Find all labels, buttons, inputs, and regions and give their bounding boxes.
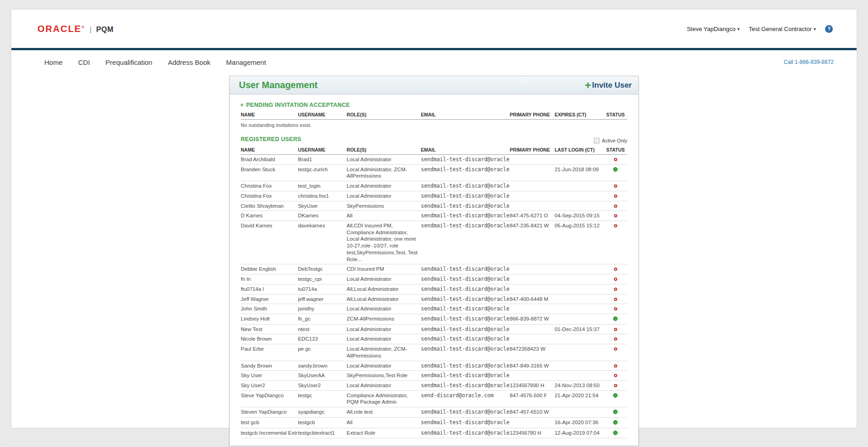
column-header: PRIMARY PHONE [510, 110, 555, 120]
cell-phone: 847-475-6271 O [510, 211, 555, 221]
nav-item-management[interactable]: Management [226, 58, 266, 66]
table-row: New TestntestLocal Administratorsendmail… [241, 324, 627, 334]
cell-name[interactable]: Steven YapDiangco [241, 407, 298, 418]
cell-name[interactable]: New Test [241, 324, 298, 334]
cell-phone [510, 164, 555, 181]
status-inactive-icon [614, 158, 617, 161]
panel-body: » PENDING INVITATION ACCEPTANCE NAMEUSER… [230, 95, 638, 446]
cell-phone [510, 155, 555, 165]
table-row: Debbie EnglishDebTestgcCDI Insured PMsen… [241, 264, 627, 274]
cell-email: sendmail-test-discard@oracle.com [421, 324, 510, 334]
cell-name[interactable]: Sandy Brown [241, 361, 298, 371]
app-name: PQM [96, 26, 114, 34]
panel-header: User Management + Invite User [230, 76, 638, 95]
status-inactive-icon [614, 278, 617, 281]
cell-last_login: 21-Jun-2018 08:09 [555, 164, 606, 181]
active-only-checkbox[interactable] [594, 138, 599, 143]
cell-name[interactable]: Christina Fox [241, 181, 298, 191]
cell-name[interactable]: Paul Erbe [241, 344, 298, 361]
table-row: David KarnesdavekarnesAll,CDI Insured PM… [241, 221, 627, 264]
cell-roles: Local Administrator, ZCM-AllPermissions [347, 164, 421, 181]
cell-name[interactable]: Cielito Shraybman [241, 201, 298, 211]
cell-name[interactable]: Sky User [241, 371, 298, 381]
nav-item-address-book[interactable]: Address Book [168, 58, 210, 66]
cell-name[interactable]: fn ln [241, 274, 298, 284]
cell-username: EDC123 [298, 334, 347, 344]
cell-phone [510, 334, 555, 344]
table-row: Sky User2SkyUser2Local Administratorsend… [241, 380, 627, 390]
registered-users-table: NAMEUSERNAMEROLE(S)EMAILPRIMARY PHONELAS… [241, 145, 627, 438]
cell-name[interactable]: David Karnes [241, 221, 298, 264]
cell-username: testgcbiextract1 [298, 428, 347, 438]
cell-phone: 847-400-6448 M [510, 294, 555, 304]
nav-item-prequalification[interactable]: Prequalification [106, 58, 153, 66]
app-header: ORACLE® | PQM Steve YapDiangco ▾ Test Ge… [11, 10, 857, 48]
status-inactive-icon [614, 374, 617, 377]
cell-email: sendmail-test-discard@oracle.com [421, 284, 510, 294]
cell-name[interactable]: Christina Fox [241, 191, 298, 201]
status-inactive-icon [614, 307, 617, 310]
cell-roles: Extract Role [347, 428, 421, 438]
cell-email: sendmail-test-discard@oracle.com [421, 334, 510, 344]
active-only-label: Active Only [602, 138, 627, 143]
pending-header-row: NAMEUSERNAMEROLE(S)EMAILPRIMARY PHONEEXP… [241, 110, 627, 120]
help-icon[interactable]: ? [825, 25, 833, 33]
cell-phone: 847-235-8421 W [510, 221, 555, 264]
cell-last_login [555, 201, 606, 211]
cell-last_login [555, 407, 606, 418]
column-header: NAME [241, 110, 298, 120]
cell-name[interactable]: Debbie English [241, 264, 298, 274]
cell-name[interactable]: Branden Stuck [241, 164, 298, 181]
status-inactive-icon [614, 328, 617, 331]
cell-status [606, 407, 627, 418]
cell-roles: All,role test [347, 407, 421, 418]
cell-email: sendmail-test-discard@oracle.com [421, 371, 510, 381]
cell-last_login [555, 371, 606, 381]
status-active-icon [613, 410, 618, 414]
nav-item-cdi[interactable]: CDI [78, 58, 90, 66]
cell-email: sendmail-test-discard@oracle.com [421, 274, 510, 284]
table-row: Christina Foxchristina.fox1Local Adminis… [241, 191, 627, 201]
cell-status [606, 155, 627, 165]
column-header: STATUS [606, 110, 627, 120]
cell-name[interactable]: Steve YapDiangco [241, 390, 298, 407]
cell-name[interactable]: John Smith [241, 304, 298, 314]
brand: ORACLE® | PQM [37, 24, 113, 34]
cell-name[interactable]: Brad Archibald [241, 155, 298, 165]
pending-title-text: PENDING INVITATION ACCEPTANCE [246, 102, 350, 108]
cell-name[interactable]: Nicole Brown [241, 334, 298, 344]
collapse-icon[interactable]: » [239, 104, 245, 107]
cell-status [606, 428, 627, 438]
column-header: STATUS [606, 145, 627, 155]
cell-username: SkyUserAA [298, 371, 347, 381]
call-link[interactable]: Call 1-866-839-8872 [784, 59, 834, 65]
cell-roles: All [347, 211, 421, 221]
cell-username: testgc [298, 390, 347, 407]
cell-roles: Compliance Administrator, PQM Package Ad… [347, 390, 421, 407]
cell-name[interactable]: D Karnes [241, 211, 298, 221]
cell-name[interactable]: Lindsey Holt [241, 314, 298, 324]
cell-phone [510, 264, 555, 274]
pending-empty-message: No outstanding invitations exist. [241, 120, 627, 132]
status-inactive-icon [614, 337, 617, 341]
cell-last_login: 05-Aug-2015 15:12 [555, 221, 606, 264]
cell-last_login: 04-Sep-2015 09:15 [555, 211, 606, 221]
cell-username: lh_gc [298, 314, 347, 324]
org-menu-dropdown[interactable]: Test General Contractor ▾ [749, 26, 816, 32]
user-menu-dropdown[interactable]: Steve YapDiangco ▾ [687, 26, 740, 32]
cell-last_login [555, 334, 606, 344]
cell-name[interactable]: ftu0714a l [241, 284, 298, 294]
cell-phone: 847-4576-500 F [510, 390, 555, 407]
column-header: LAST LOGIN (CT) [555, 145, 606, 155]
cell-phone [510, 324, 555, 334]
nav-item-home[interactable]: Home [44, 58, 63, 66]
cell-name[interactable]: test gcb [241, 417, 298, 428]
cell-name[interactable]: testgcb Incremental Extr [241, 428, 298, 438]
invite-user-button[interactable]: + Invite User [585, 81, 632, 90]
cell-phone: 1234567890 H [510, 380, 555, 390]
status-active-icon [613, 431, 618, 435]
cell-name[interactable]: Sky User2 [241, 380, 298, 390]
column-header: PRIMARY PHONE [510, 145, 555, 155]
cell-name[interactable]: Jeff Wagner [241, 294, 298, 304]
cell-email: sendmail-test-discard@oracle.com [421, 314, 510, 324]
